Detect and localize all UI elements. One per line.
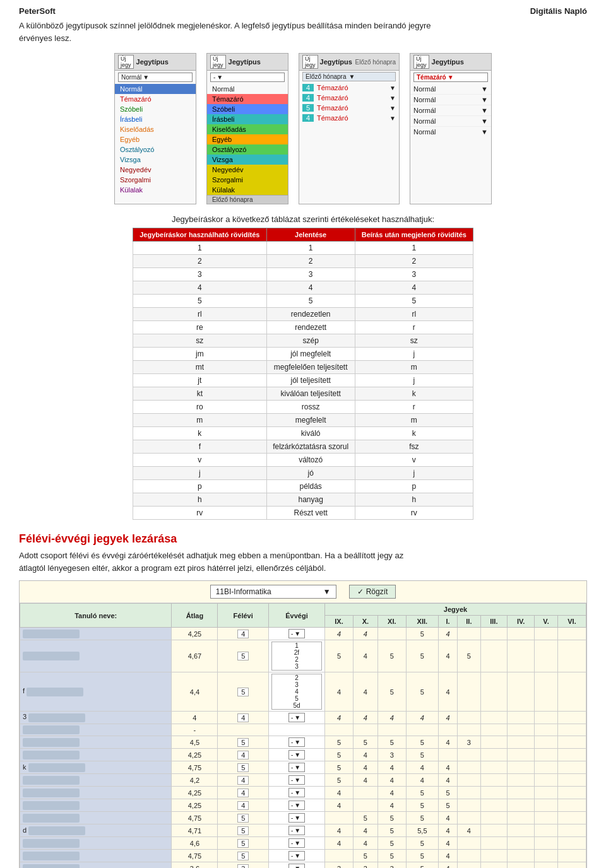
box1-selected[interactable]: Normál ▼ [118,73,193,82]
felevi-cell[interactable]: 5 [218,761,268,774]
table-cell: jt [133,374,267,387]
felevi-cell[interactable]: 5 [218,736,268,749]
list-item[interactable]: Szorgalmi [207,175,288,185]
felevi-cell[interactable]: 5 [218,672,268,712]
felevi-cell[interactable]: 5 [218,837,268,850]
list-item[interactable]: Külalak [207,185,288,195]
list-item[interactable]: Vizsga [207,155,288,165]
class-selector[interactable]: 11BI-Informatika ▼ [210,585,336,599]
felevi-cell[interactable]: 4 [218,749,268,761]
student-name-cell [20,799,172,812]
evvegi-cell[interactable]: -▼ [268,749,324,761]
evvegi-cell[interactable]: -▼ [268,736,324,749]
grade-cell: 5 [377,837,406,850]
table-row: 4,24-▼54444 [20,774,586,787]
evvegi-cell[interactable]: -▼ [268,812,324,824]
felevi-cell[interactable]: 5 [218,812,268,824]
felevi-cell[interactable]: 5 [218,824,268,837]
box2-selected[interactable]: - ▼ [210,73,285,82]
evvegi-cell[interactable]: -▼ [268,712,324,724]
list-item[interactable]: Negyedév [207,165,288,175]
grade-cell: 5 [458,640,480,672]
evvegi-cell[interactable]: 12f23 [268,640,324,672]
student-name-cell: 3 [20,712,172,724]
grade-cell [458,761,480,774]
list-item[interactable]: Negyedév [115,165,196,175]
list-item[interactable]: Egyéb [115,134,196,144]
felevi-cell[interactable]: 5 [218,640,268,672]
grade-cell: 4 [406,712,438,724]
grade-cell: 4 [438,628,457,640]
intro-paragraph: A különböző jegytípusok színnel jelölődn… [19,20,587,44]
evvegi-cell[interactable]: -▼ [268,862,324,868]
evvegi-cell[interactable]: 23455d [268,672,324,712]
list-item[interactable]: Kiselőadás [115,124,196,134]
table-row: jtjól teljesítettj [133,374,473,387]
table-cell: ro [133,401,267,414]
grade-cell [535,862,558,868]
evvegi-cell[interactable]: -▼ [268,799,324,812]
avg-cell: 4,25 [172,787,218,799]
grade-cell [508,749,535,761]
grade-cell [535,749,558,761]
table-cell: h [355,493,473,507]
felevi-cell[interactable]: 4 [218,712,268,724]
felevi-cell[interactable]: 4 [218,628,268,640]
felevi-cell[interactable] [218,724,268,736]
list-item[interactable]: Normál [207,84,288,94]
grade-type-preview-area: Újjegy Jegytípus Normál ▼ Normál Témazár… [19,53,587,204]
felevi-cell[interactable]: 5 [218,850,268,862]
box4-selected[interactable]: Témazáró ▼ [413,73,488,82]
grade-cell [557,837,586,850]
table-row: mtmegfelelően teljesítettm [133,361,473,374]
list-item[interactable]: Normál [115,84,196,94]
felevi-cell[interactable]: 3 [218,862,268,868]
felevi-cell[interactable]: 4 [218,799,268,812]
grade-cell: 3 [325,862,354,868]
list-item[interactable]: Írásbeli [115,114,196,124]
list-item[interactable]: Osztályozó [207,144,288,155]
list-item[interactable]: Témazáró [207,94,288,104]
evvegi-cell[interactable]: -▼ [268,837,324,850]
evvegi-cell[interactable]: -▼ [268,824,324,837]
list-item[interactable]: Vizsga [115,155,196,165]
list-item[interactable]: Külalak [115,185,196,195]
list-item-prev-month[interactable]: Előző hónapra [207,195,288,204]
table-cell: re [133,321,267,334]
list-item[interactable]: Szóbeli [207,104,288,114]
table-cell: kiváló [266,427,355,440]
list-item[interactable]: Egyéb [207,134,288,144]
list-item[interactable]: Szóbeli [115,104,196,114]
grade-cell [508,724,535,736]
list-item[interactable]: Osztályozó [115,144,196,155]
evvegi-cell[interactable]: -▼ [268,850,324,862]
list-item[interactable]: Kiselőadás [207,124,288,134]
evvegi-cell[interactable]: -▼ [268,761,324,774]
table-row: vváltozóv [133,454,473,467]
grade-cell [557,712,586,724]
table-row: ktkiválóan teljesítettk [133,387,473,401]
list-item[interactable]: Írásbeli [207,114,288,124]
grade-cell [508,628,535,640]
table-cell: változó [266,454,355,467]
felevi-cell[interactable]: 4 [218,774,268,787]
grade-cell: 5 [325,761,354,774]
save-button[interactable]: ✓ Rögzít [349,585,396,599]
grade-cell: 5 [353,850,377,862]
grade-cell [377,628,406,640]
grade-cell: 4 [325,628,354,640]
evvegi-cell[interactable] [268,724,324,736]
felevi-cell[interactable]: 4 [218,787,268,799]
grade-cell [535,724,558,736]
col-month-ix: IX. [325,616,354,628]
grade-cell [480,774,508,787]
grade-cell: 5 [438,787,457,799]
evvegi-cell[interactable]: -▼ [268,787,324,799]
evvegi-cell[interactable]: -▼ [268,628,324,640]
student-table-top-bar: 11BI-Informatika ▼ ✓ Rögzít [20,581,586,603]
evvegi-cell[interactable]: -▼ [268,774,324,787]
list-item[interactable]: Témazáró [115,94,196,104]
table-cell: 3 [355,268,473,281]
list-item[interactable]: Szorgalmi [115,175,196,185]
grade-cell: 5,5 [406,824,438,837]
